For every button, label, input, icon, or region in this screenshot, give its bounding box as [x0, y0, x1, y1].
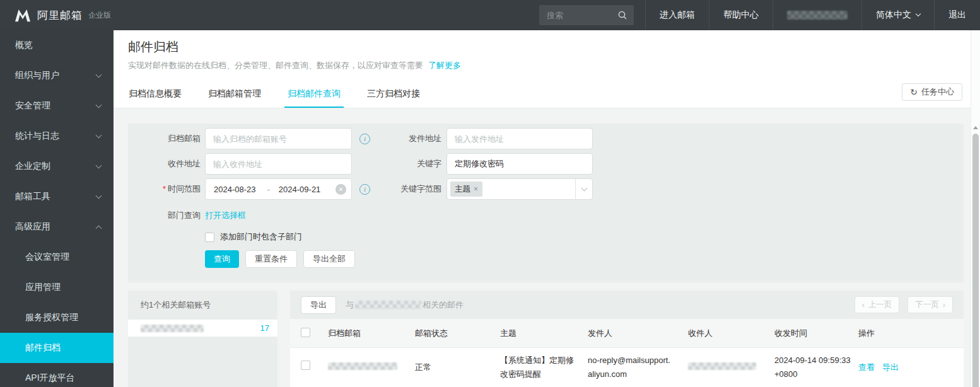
- redacted-related-account: [355, 301, 421, 309]
- learn-more-link[interactable]: 了解更多: [428, 61, 461, 70]
- table-row[interactable]: 正常 【系统通知】定期修改密码提醒 no-reply@mailsupport.a…: [290, 348, 964, 387]
- topbar-search[interactable]: [539, 5, 634, 25]
- tab-archive-info-summary[interactable]: 归档信息概要: [125, 82, 185, 108]
- col-subject: 主题: [500, 328, 588, 339]
- redacted-account-name: [787, 11, 848, 20]
- keyword-scope-select[interactable]: 主题 ×: [446, 178, 593, 200]
- next-page-button[interactable]: 下一页 ›: [907, 296, 953, 313]
- chevron-down-icon: [916, 11, 921, 16]
- time-range-picker[interactable]: 2024-08-23 - 2024-09-21: [205, 178, 352, 200]
- logout-button[interactable]: 退出: [934, 0, 980, 30]
- select-dropdown-zone[interactable]: [575, 179, 592, 199]
- account-list-item[interactable]: 17: [128, 320, 277, 337]
- brand-area[interactable]: 阿里邮箱 企业版: [0, 8, 114, 23]
- col-time: 收发时间: [774, 328, 858, 339]
- account-menu[interactable]: [773, 0, 861, 30]
- row-checkbox[interactable]: [301, 361, 310, 370]
- search-input[interactable]: [547, 11, 617, 20]
- cell-subject: 【系统通知】定期修改密码提醒: [500, 354, 588, 381]
- brand-name: 阿里邮箱: [37, 8, 83, 23]
- mail-toolbar: 导出 与 相关的邮件 ‹ 上一页 下一页 ›: [290, 291, 964, 319]
- export-link[interactable]: 导出: [882, 361, 899, 374]
- sender-address-label: 发件地址: [374, 133, 441, 144]
- sidebar-item-advanced-apps[interactable]: 高级应用: [0, 212, 114, 242]
- sidebar-item-overview[interactable]: 概览: [0, 30, 114, 61]
- prev-page-button[interactable]: ‹ 上一页: [855, 296, 900, 313]
- redacted-mailbox: [328, 362, 397, 370]
- row-sender-address: 发件地址: [374, 128, 593, 149]
- view-link[interactable]: 查看: [858, 361, 875, 374]
- cell-archive-mailbox: [328, 361, 415, 374]
- row-recipient-address: 收件地址: [128, 153, 352, 175]
- chevron-down-icon: [96, 192, 102, 199]
- tab-archive-mailbox-management[interactable]: 归档邮箱管理: [205, 82, 264, 108]
- logout-label: 退出: [948, 9, 966, 21]
- export-all-button[interactable]: 导出全部: [303, 250, 355, 268]
- related-mails-caption: 与 相关的邮件: [346, 299, 464, 311]
- select-all-checkbox[interactable]: [301, 328, 310, 337]
- enter-mailbox-label: 进入邮箱: [660, 9, 695, 21]
- sidebar-item-stats-logs[interactable]: 统计与日志: [0, 121, 114, 151]
- redacted-account-email: [141, 325, 204, 332]
- sidebar-item-service-auth[interactable]: 服务授权管理: [0, 303, 114, 333]
- search-button[interactable]: 查询: [205, 250, 239, 268]
- recipient-address-input[interactable]: [205, 153, 352, 175]
- redacted-recipient: [688, 362, 756, 370]
- sidebar-item-app-management[interactable]: 应用管理: [0, 272, 114, 303]
- sidebar-item-label: 组织与用户: [15, 70, 59, 81]
- chevron-up-icon: [96, 225, 102, 231]
- keyword-scope-tags: 主题 ×: [447, 182, 575, 197]
- sidebar-item-label: API开放平台: [25, 373, 75, 384]
- chevron-down-icon: [96, 162, 102, 168]
- tab-third-party-archive[interactable]: 三方归档对接: [364, 82, 423, 108]
- archive-mailbox-input[interactable]: [205, 128, 352, 149]
- sidebar-item-org-users[interactable]: 组织与用户: [0, 61, 114, 91]
- sidebar-item-enterprise-custom[interactable]: 企业定制: [0, 151, 114, 182]
- tag-remove-icon[interactable]: ×: [474, 185, 478, 193]
- cell-time: 2024-09-14 09:59:33 +0800: [774, 354, 858, 381]
- time-range-start[interactable]: 2024-08-23: [214, 185, 256, 194]
- cell-recipient: [688, 361, 774, 374]
- account-mail-count: 17: [260, 323, 269, 333]
- export-button[interactable]: 导出: [301, 296, 336, 314]
- language-selector[interactable]: 简体中文: [861, 0, 934, 30]
- scrollbar-up-arrow-icon[interactable]: [973, 126, 978, 129]
- sidebar-item-mail-tools[interactable]: 邮箱工具: [0, 182, 114, 212]
- sidebar-item-meeting-room[interactable]: 会议室管理: [0, 242, 114, 272]
- sender-address-input[interactable]: [446, 128, 593, 149]
- include-subdept-checkbox[interactable]: [205, 233, 214, 242]
- col-mailbox-status: 邮箱状态: [415, 328, 500, 339]
- col-recipient: 收件人: [688, 328, 774, 339]
- help-center-link[interactable]: 帮助中心: [709, 0, 773, 30]
- select-all-cell: [290, 328, 328, 339]
- sidebar-item-label: 高级应用: [15, 221, 50, 233]
- keyword-input[interactable]: [446, 153, 593, 175]
- search-icon[interactable]: [617, 10, 627, 20]
- time-range-end[interactable]: 2024-09-21: [279, 185, 321, 194]
- info-icon[interactable]: [359, 184, 370, 195]
- tab-archive-mail-query[interactable]: 归档邮件查询: [284, 82, 344, 108]
- include-subdept-label: 添加部门时包含子部门: [220, 231, 302, 243]
- subject-text: 【系统通知】定期修改密码提醒: [500, 354, 576, 381]
- row-keyword: 关键字: [374, 153, 593, 175]
- sidebar-item-label: 服务授权管理: [25, 312, 78, 323]
- scrollbar-thumb[interactable]: [972, 134, 979, 387]
- row-form-buttons: 查询 重置条件 导出全部: [205, 250, 355, 268]
- vertical-scrollbar[interactable]: [971, 30, 980, 387]
- page-description-text: 实现对邮件数据的在线归档、分类管理、邮件查询、数据保存，以应对审查等需要: [128, 61, 423, 70]
- clear-icon[interactable]: [335, 184, 346, 195]
- related-suffix: 相关的邮件: [423, 299, 464, 311]
- open-selector-link[interactable]: 打开选择框: [205, 210, 246, 221]
- chevron-down-icon: [96, 101, 102, 108]
- sidebar-item-label: 会议室管理: [25, 251, 69, 263]
- row-select-cell: [290, 361, 328, 374]
- sidebar-item-mail-archive[interactable]: 邮件归档: [0, 333, 114, 363]
- task-center-button[interactable]: ↻ 任务中心: [902, 83, 962, 101]
- enter-mailbox-link[interactable]: 进入邮箱: [645, 0, 709, 30]
- reset-button[interactable]: 重置条件: [245, 250, 297, 268]
- sidebar-item-api-platform[interactable]: API开放平台: [0, 363, 114, 387]
- sidebar-item-security[interactable]: 安全管理: [0, 91, 114, 121]
- info-icon[interactable]: [359, 134, 370, 144]
- cell-mailbox-status: 正常: [415, 361, 500, 374]
- topbar-right: 进入邮箱 帮助中心 简体中文 退出: [539, 0, 980, 30]
